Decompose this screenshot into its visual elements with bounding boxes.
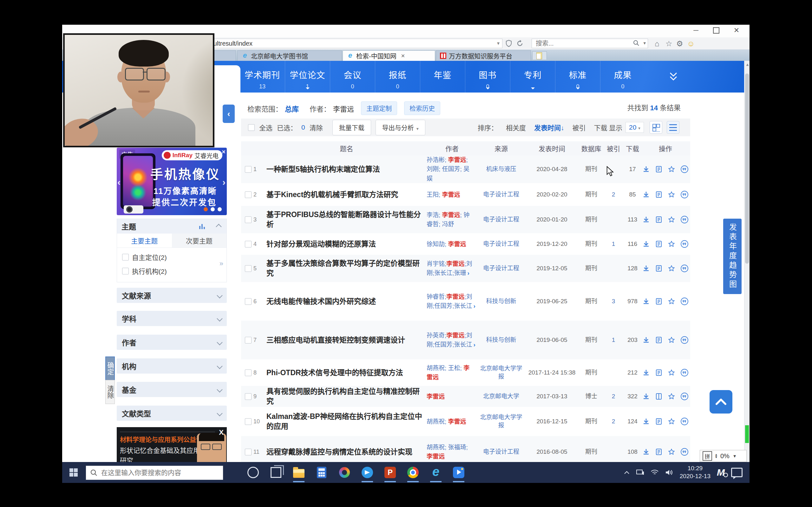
read-online-icon[interactable] [655,240,663,248]
source-link[interactable]: 电子设计工程 [477,448,525,456]
authors-cell[interactable]: 李雷远 [426,392,477,401]
result-title-link[interactable]: 基于Kinect的机载机械手臂抓取方法研究 [266,190,398,199]
authors-cell[interactable]: 王阳; 李雷远 [426,190,477,199]
result-title-link[interactable]: 针对部分景观运动模糊的还原算法 [266,240,376,248]
taskbar-app-file-explorer[interactable] [287,462,310,483]
sidebar-collapse-button[interactable]: ‹ [223,105,235,123]
source-link[interactable]: 北京邮电大学学报 [477,364,525,381]
browser-tab-3[interactable]: e检索-中国知网✕ [343,50,435,61]
read-online-icon[interactable] [655,216,663,223]
expand-authors-icon[interactable]: › [467,268,469,278]
favorite-icon[interactable] [668,216,675,223]
row-checkbox[interactable] [245,449,252,455]
refresh-icon[interactable] [516,40,523,47]
source-link[interactable]: 电子设计工程 [477,240,525,248]
row-checkbox[interactable] [245,191,252,198]
quote-icon[interactable] [680,190,689,199]
source-link[interactable]: 机床与液压 [477,165,525,174]
display-device-icon[interactable] [636,469,644,475]
publication-trend-button[interactable]: 发表年度趋势图 [723,219,742,294]
wifi-icon[interactable] [651,469,659,475]
taskbar-app-paint-3d[interactable] [333,462,356,483]
read-online-icon[interactable] [655,265,663,272]
authors-cell[interactable]: 钟睿哲;李雷远;刘刚;任国芳;张长江› [426,292,477,311]
taskbar-app-calculator[interactable] [310,462,333,483]
row-checkbox[interactable] [245,337,252,343]
read-online-icon[interactable] [655,336,663,344]
scrollbar-thumb[interactable] [745,73,749,264]
source-link[interactable]: 科技与创新 [477,297,525,306]
download-icon[interactable] [642,216,650,223]
topic-item[interactable]: 执行机构(2) [122,266,226,276]
address-dropdown-icon[interactable]: ▾ [497,40,500,46]
taskbar-app-quick-share[interactable] [356,462,379,483]
quote-icon[interactable] [680,448,689,456]
favorite-icon[interactable] [668,265,675,272]
favorite-icon[interactable] [668,240,675,248]
start-button[interactable] [67,466,81,479]
cited-count[interactable]: 2 [604,191,623,198]
highlighted-author[interactable]: 李雷远 [448,157,466,163]
result-title-link[interactable]: 远程穿戴脉搏监控与病情定位系统的设计实现 [266,448,412,456]
clear-button[interactable]: 清除 [105,380,115,404]
nav-item-年鉴[interactable]: 年鉴 [420,61,465,93]
nav-item-标准[interactable]: 标准0 [555,61,600,93]
download-icon[interactable] [642,418,650,425]
authors-cell[interactable]: 李浩; 李雷远; 钟睿哲; 冯舒 [426,210,477,229]
taskbar-app-screen-recorder[interactable] [447,462,470,483]
sort-relevance[interactable]: 相关度 [506,123,526,132]
highlighted-author[interactable]: 李雷远 [446,332,464,339]
row-checkbox[interactable] [245,393,252,400]
cited-count[interactable]: 2 [604,418,623,425]
col-cited[interactable]: 被引 [604,144,623,153]
highlighted-author[interactable]: 李雷远 [446,261,464,267]
download-icon[interactable] [642,191,650,199]
list-view-icon[interactable] [667,121,679,134]
download-icon[interactable] [642,265,650,272]
result-title-link[interactable]: Phi-OTDR技术信号处理中的特征提取方法 [266,369,403,377]
download-icon[interactable] [642,369,650,377]
download-icon[interactable] [642,448,650,456]
browser-tab-4[interactable]: 万方数据知识服务平台 [436,50,531,61]
export-analyze-button[interactable]: 导出与分析▾ [375,120,425,135]
highlighted-author[interactable]: 李雷远 [426,365,469,381]
topic-checkbox[interactable] [122,254,129,261]
result-title-link[interactable]: Kalman滤波-BP神经网络在执行机构自主定位中的应用 [266,412,422,430]
highlighted-author[interactable]: 李雷远 [426,393,445,400]
authors-cell[interactable]: 胡燕祝; 张福琦; 李雷远 [426,443,477,461]
notification-chat-icon[interactable] [731,468,743,477]
favorites-star-icon[interactable]: ☆ [665,39,672,48]
cited-count[interactable]: 3 [604,298,623,305]
highlighted-author[interactable]: 李雷远 [448,418,466,425]
result-title-link[interactable]: 三相感应电动机直接转矩控制变频调速设计 [266,336,405,344]
highlighted-author[interactable]: 李雷远 [446,293,464,300]
highlighted-author[interactable]: 李雷远 [448,241,466,247]
filter-group-机构[interactable]: 机构 [117,358,227,374]
download-icon[interactable] [642,393,650,400]
tray-chevron-up-icon[interactable] [624,470,629,474]
browser-search-box[interactable]: ▾ [531,39,648,48]
nav-more-chevrons-icon[interactable] [666,70,680,83]
search-dropdown-icon[interactable]: ▾ [643,40,646,46]
source-link[interactable]: 北京邮电大学学报 [477,413,525,430]
favorite-icon[interactable] [668,369,675,377]
highlighted-author[interactable]: 李雷远 [426,453,445,460]
maximize-icon[interactable] [711,26,721,35]
col-title[interactable]: 题名 [266,144,426,153]
authors-cell[interactable]: 胡燕祝; 王松; 李雷远 [426,363,477,382]
page-scrollbar[interactable]: ▲ [744,61,750,462]
recorder-m-logo-icon[interactable] [717,467,725,478]
highlighted-author[interactable]: 李雷远 [442,212,460,218]
batch-download-button[interactable]: 批量下载 [333,120,371,135]
sort-publish-time[interactable]: 发表时间↓ [534,123,564,132]
quote-icon[interactable] [680,336,689,344]
row-checkbox[interactable] [245,418,252,425]
highlighted-author[interactable]: 李雷远 [442,191,460,198]
col-authors[interactable]: 作者 [426,144,477,153]
result-title-link[interactable]: 基于PROFIBUS总线的智能断路器设计与性能分析 [266,210,421,228]
search-history-button[interactable]: 检索历史 [404,101,440,115]
taskbar-app-powerpoint[interactable] [379,462,402,483]
row-checkbox[interactable] [245,216,252,223]
quote-icon[interactable] [680,240,689,248]
favorite-icon[interactable] [668,418,675,425]
